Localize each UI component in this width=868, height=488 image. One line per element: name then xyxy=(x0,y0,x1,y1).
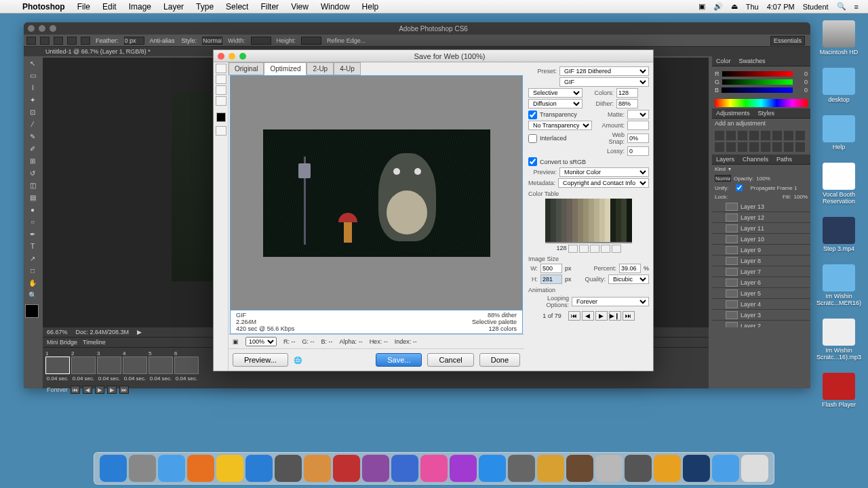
menu-view[interactable]: View xyxy=(285,2,315,12)
adj-icon[interactable] xyxy=(784,142,793,152)
volume-icon[interactable]: 🔊 xyxy=(709,2,727,11)
color-swatch[interactable] xyxy=(567,231,572,237)
convert-srgb-checkbox[interactable] xyxy=(528,157,537,166)
adj-icon[interactable] xyxy=(738,142,747,152)
color-swatch[interactable] xyxy=(572,204,578,209)
color-swatch[interactable] xyxy=(610,231,616,237)
color-swatch[interactable] xyxy=(627,231,632,237)
layer-row[interactable]: Layer 3 xyxy=(712,310,810,321)
crop-tool[interactable]: ⊡ xyxy=(25,106,40,117)
colors-input[interactable] xyxy=(616,88,638,98)
g-value[interactable]: 0 xyxy=(795,79,808,85)
dither-input[interactable] xyxy=(616,99,638,108)
dock-app[interactable] xyxy=(537,455,564,482)
color-swatch[interactable] xyxy=(545,220,551,226)
dock-app[interactable] xyxy=(566,455,593,482)
color-swatch[interactable] xyxy=(551,226,556,231)
color-swatch[interactable] xyxy=(561,237,567,242)
first-frame-button[interactable]: ⏮ xyxy=(568,311,580,321)
color-swatch[interactable] xyxy=(545,237,551,242)
color-swatch[interactable] xyxy=(610,237,616,242)
color-swatch[interactable] xyxy=(594,220,599,226)
color-swatch[interactable] xyxy=(610,204,616,209)
menu-window[interactable]: Window xyxy=(315,2,356,12)
dock-app[interactable] xyxy=(508,455,535,482)
color-swatch[interactable] xyxy=(621,204,627,209)
shape-tool[interactable]: □ xyxy=(25,265,40,276)
desktop-item[interactable]: Step 3.mp4 xyxy=(823,217,855,252)
layer-row[interactable]: Layer 6 xyxy=(712,277,810,288)
color-swatch[interactable] xyxy=(616,220,621,226)
menu-edit[interactable]: Edit xyxy=(96,2,123,12)
play-button[interactable]: ▶ xyxy=(595,311,608,321)
layer-row[interactable]: Layer 10 xyxy=(712,234,810,245)
color-swatch[interactable] xyxy=(572,215,578,220)
color-swatch[interactable] xyxy=(583,226,589,231)
color-swatch[interactable] xyxy=(610,199,616,204)
color-swatch[interactable] xyxy=(583,209,589,215)
color-swatch[interactable] xyxy=(627,209,632,215)
color-swatch[interactable] xyxy=(578,237,583,242)
color-swatch[interactable] xyxy=(578,209,583,215)
prev-frame-button[interactable]: ◀ xyxy=(83,386,92,394)
menu-type[interactable]: Type xyxy=(190,2,220,12)
color-swatch[interactable] xyxy=(583,231,589,237)
menu-layer[interactable]: Layer xyxy=(157,2,190,12)
timeline-frame[interactable]: 40.04 sec. xyxy=(123,350,147,382)
color-swatch[interactable] xyxy=(545,199,551,204)
color-swatch[interactable] xyxy=(567,199,572,204)
color-swatch[interactable] xyxy=(605,237,610,242)
dock-app[interactable] xyxy=(625,455,652,482)
color-swatch[interactable] xyxy=(589,226,594,231)
close-button[interactable] xyxy=(218,53,224,60)
color-swatch[interactable] xyxy=(610,215,616,220)
color-swatch[interactable] xyxy=(561,209,567,215)
channels-tab[interactable]: Channels xyxy=(738,155,772,164)
preview-button[interactable]: Preview... xyxy=(233,353,288,367)
history-brush-tool[interactable]: ↺ xyxy=(25,167,40,178)
play-icon[interactable]: ▶ xyxy=(137,329,142,336)
color-swatch[interactable] xyxy=(610,220,616,226)
color-spectrum[interactable] xyxy=(715,99,808,107)
color-swatch[interactable] xyxy=(605,226,610,231)
color-swatch[interactable] xyxy=(583,237,589,242)
minimize-button[interactable] xyxy=(39,25,45,32)
tab-2up[interactable]: 2-Up xyxy=(307,62,334,75)
color-swatch[interactable] xyxy=(599,199,605,204)
zoom-tool[interactable]: 🔍 xyxy=(25,289,40,300)
dock-app[interactable] xyxy=(420,455,448,482)
refine-edge-button[interactable]: Refine Edge... xyxy=(326,37,367,44)
timeline-frame[interactable]: 60.04 sec. xyxy=(174,350,199,382)
next-frame-button[interactable]: ▶ xyxy=(107,386,117,394)
trans-dither-select[interactable]: No Transparency Dither xyxy=(528,121,592,130)
color-swatch[interactable] xyxy=(616,226,621,231)
eyedropper-tool[interactable]: ⁄ xyxy=(25,119,40,129)
color-swatch[interactable] xyxy=(605,231,610,237)
websnap-input[interactable] xyxy=(627,134,649,143)
zoom-button[interactable] xyxy=(50,25,56,32)
color-swatch[interactable] xyxy=(556,226,561,231)
propagate-checkbox[interactable] xyxy=(731,184,747,191)
dock-app[interactable] xyxy=(450,455,477,482)
color-swatch[interactable] xyxy=(627,204,632,209)
adj-icon[interactable] xyxy=(715,131,724,140)
color-swatch[interactable] xyxy=(621,199,627,204)
zoom-select[interactable]: 100% xyxy=(245,337,277,346)
color-swatch[interactable] xyxy=(616,231,621,237)
color-swatch[interactable] xyxy=(572,209,578,215)
lossy-input[interactable] xyxy=(627,146,649,156)
ct-icon[interactable] xyxy=(568,245,578,253)
color-swatch[interactable] xyxy=(605,204,610,209)
fill-value[interactable]: 100% xyxy=(794,194,808,200)
adj-icon[interactable] xyxy=(795,142,805,152)
color-swatch[interactable] xyxy=(589,199,594,204)
dock-app[interactable] xyxy=(187,455,214,482)
selection-mode[interactable] xyxy=(81,37,90,45)
color-swatch[interactable] xyxy=(556,204,561,209)
paths-tab[interactable]: Paths xyxy=(772,155,796,164)
color-swatch[interactable] xyxy=(599,237,605,242)
ct-icon[interactable] xyxy=(612,245,621,253)
color-swatch[interactable] xyxy=(627,220,632,226)
preview-area[interactable] xyxy=(230,75,523,310)
color-swatch[interactable] xyxy=(556,215,561,220)
